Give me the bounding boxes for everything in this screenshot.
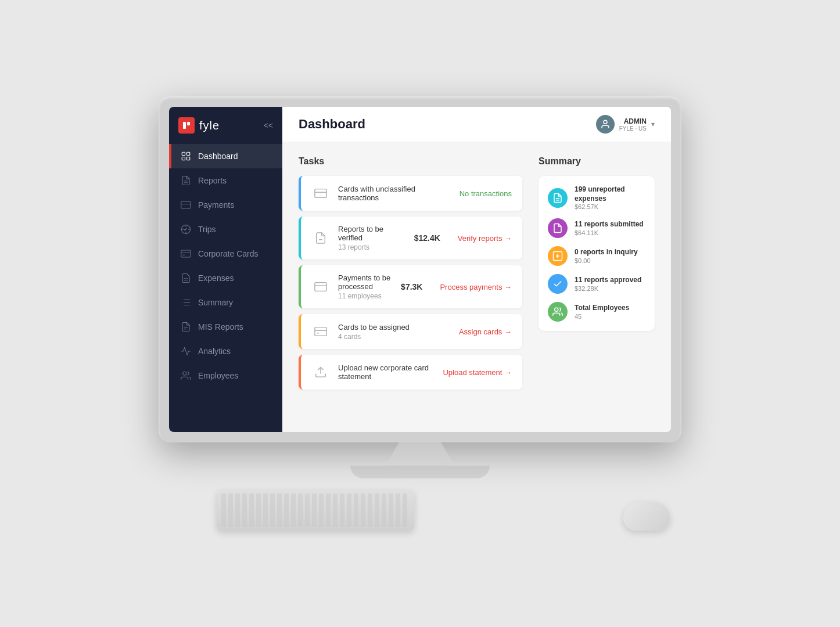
sidebar-header: fyle << — [169, 107, 282, 144]
svg-rect-1 — [187, 122, 190, 125]
svg-rect-0 — [183, 122, 186, 129]
summary-title: Summary — [539, 156, 655, 167]
user-org: FYLE · US — [619, 125, 647, 132]
logo-text: fyle — [199, 119, 220, 132]
sidebar-item-label: Trips — [198, 225, 216, 234]
summary-text-inquiry: 0 reports in inquiry $0.00 — [575, 248, 638, 264]
task-card-payments: Payments to be processed 11 employees $7… — [299, 265, 522, 308]
task-amount-verify: $12.4K — [414, 233, 440, 243]
summary-label: 11 reports submitted — [575, 220, 644, 229]
main-content: Dashboard ADMIN FYLE · US — [282, 107, 671, 432]
summary-text-employees: Total Employees 45 — [575, 304, 629, 320]
task-action-unclassified[interactable]: No transactions — [460, 189, 512, 198]
task-amount-payments: $7.3K — [401, 282, 422, 291]
svg-rect-5 — [187, 157, 190, 160]
task-card-verify-reports: Reports to be verified 13 reports $12.4K… — [299, 217, 522, 260]
summary-value: $64.11K — [575, 229, 644, 236]
task-card-upload: Upload new corporate card statement Uplo… — [299, 355, 522, 390]
sidebar-item-employees[interactable]: Employees — [169, 363, 282, 388]
sidebar-item-payments[interactable]: Payments — [169, 193, 282, 217]
svg-rect-2 — [182, 152, 185, 155]
sidebar-item-dashboard[interactable]: Dashboard — [169, 144, 282, 168]
summary-text-approved: 11 reports approved $32.28K — [575, 276, 641, 292]
logo: fyle — [178, 117, 220, 134]
sidebar-item-mis-reports[interactable]: MIS Reports — [169, 315, 282, 339]
tasks-title: Tasks — [299, 156, 522, 167]
collapse-button[interactable]: << — [264, 121, 273, 130]
reports-icon — [181, 175, 191, 186]
sidebar-item-label: Dashboard — [198, 152, 238, 161]
summary-value: 45 — [575, 313, 629, 320]
user-info[interactable]: ADMIN FYLE · US ▾ — [596, 115, 655, 134]
summary-label: 0 reports in inquiry — [575, 248, 638, 257]
task-subtitle: 4 cards — [338, 333, 451, 341]
svg-rect-26 — [315, 189, 326, 198]
payments-icon — [181, 200, 191, 210]
peripherals — [170, 490, 670, 531]
svg-point-25 — [604, 120, 607, 124]
user-name: ADMIN — [619, 117, 647, 125]
summary-item-approved: 11 reports approved $32.28K — [548, 274, 645, 294]
task-icon-payments — [311, 278, 330, 296]
sidebar-item-label: Corporate Cards — [198, 249, 259, 258]
svg-point-40 — [555, 308, 558, 311]
task-action-verify[interactable]: Verify reports → — [458, 234, 512, 243]
expenses-icon — [181, 273, 191, 283]
task-action-assign[interactable]: Assign cards → — [459, 327, 512, 336]
sidebar-item-analytics[interactable]: Analytics — [169, 339, 282, 363]
sidebar-item-label: Summary — [198, 298, 233, 307]
sidebar-item-label: Employees — [198, 371, 238, 380]
summary-text-submitted: 11 reports submitted $64.11K — [575, 220, 644, 236]
sidebar-item-label: Payments — [198, 200, 234, 210]
user-details: ADMIN FYLE · US — [619, 117, 647, 132]
task-title: Cards with unclassified transactions — [338, 185, 451, 202]
task-card-unclassified: Cards with unclassified transactions No … — [299, 176, 522, 211]
summary-item-unreported: 199 unreported expenses $62.57K — [548, 185, 645, 210]
employees-summary-icon — [548, 302, 568, 322]
sidebar-item-reports[interactable]: Reports — [169, 168, 282, 193]
summary-label: Total Employees — [575, 304, 629, 313]
submitted-icon — [548, 218, 568, 238]
inquiry-icon — [548, 246, 568, 266]
summary-value: $62.57K — [575, 203, 645, 210]
task-action-payments[interactable]: Process payments → — [440, 283, 512, 291]
logo-icon — [178, 117, 195, 134]
mouse — [623, 502, 670, 531]
sidebar: fyle << — [169, 107, 282, 432]
summary-text-unreported: 199 unreported expenses $62.57K — [575, 185, 645, 210]
task-info-assign: Cards to be assigned 4 cards — [338, 323, 451, 341]
svg-rect-4 — [182, 157, 185, 160]
unreported-icon — [548, 188, 568, 208]
task-action-upload[interactable]: Upload statement → — [443, 368, 512, 377]
sidebar-item-expenses[interactable]: Expenses — [169, 266, 282, 290]
task-icon-upload — [311, 363, 330, 381]
avatar — [596, 115, 615, 134]
tasks-section: Tasks Cards with unc — [299, 156, 522, 418]
corporate-cards-icon — [181, 248, 191, 259]
sidebar-item-label: Expenses — [198, 273, 234, 283]
svg-rect-11 — [181, 250, 191, 257]
task-info-payments: Payments to be processed 11 employees — [338, 273, 393, 300]
sidebar-item-label: MIS Reports — [198, 322, 243, 331]
approved-icon — [548, 274, 568, 294]
svg-point-24 — [183, 372, 186, 375]
top-bar: Dashboard ADMIN FYLE · US — [282, 107, 671, 142]
task-title: Reports to be verified — [338, 225, 406, 242]
dashboard-icon — [181, 151, 191, 161]
svg-rect-31 — [315, 327, 326, 336]
task-subtitle: 13 reports — [338, 243, 406, 251]
keyboard — [217, 490, 414, 531]
sidebar-item-trips[interactable]: Trips — [169, 217, 282, 242]
task-card-assign-cards: Cards to be assigned 4 cards Assign card… — [299, 314, 522, 349]
task-title: Cards to be assigned — [338, 323, 451, 331]
task-info-verify: Reports to be verified 13 reports — [338, 225, 406, 251]
sidebar-item-summary[interactable]: Summary — [169, 290, 282, 315]
content-area: Tasks Cards with unc — [282, 142, 671, 432]
summary-value: $32.28K — [575, 285, 641, 292]
task-title: Upload new corporate card statement — [338, 363, 435, 381]
sidebar-item-label: Reports — [198, 176, 227, 185]
task-title: Payments to be processed — [338, 273, 393, 291]
svg-rect-3 — [187, 152, 190, 155]
employees-icon — [181, 370, 191, 381]
sidebar-item-corporate-cards[interactable]: Corporate Cards — [169, 242, 282, 266]
